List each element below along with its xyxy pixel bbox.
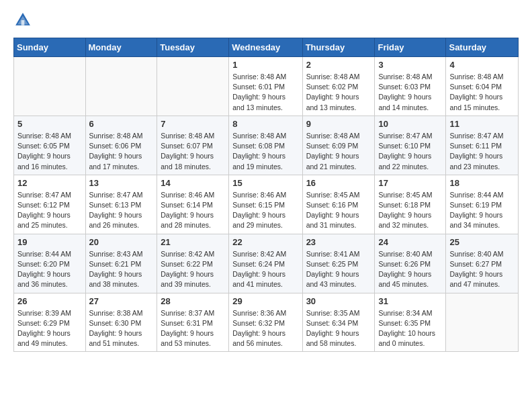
day-info: Sunrise: 8:43 AM Sunset: 6:21 PM Dayligh…: [89, 249, 154, 290]
day-number: 1: [232, 60, 298, 70]
calendar-day-cell: 29Sunrise: 8:36 AM Sunset: 6:32 PM Dayli…: [229, 293, 302, 352]
logo-icon: [13, 11, 32, 30]
calendar-week-row: 19Sunrise: 8:44 AM Sunset: 6:20 PM Dayli…: [14, 234, 519, 293]
day-info: Sunrise: 8:44 AM Sunset: 6:19 PM Dayligh…: [449, 190, 515, 231]
day-info: Sunrise: 8:47 AM Sunset: 6:13 PM Dayligh…: [89, 190, 154, 231]
svg-rect-2: [21, 20, 25, 26]
calendar-day-cell: [85, 57, 157, 116]
calendar-table: SundayMondayTuesdayWednesdayThursdayFrid…: [13, 38, 519, 352]
calendar-day-cell: 22Sunrise: 8:42 AM Sunset: 6:24 PM Dayli…: [229, 234, 302, 293]
day-number: 4: [449, 60, 515, 70]
day-number: 13: [89, 178, 154, 188]
day-number: 19: [17, 237, 82, 247]
day-number: 21: [161, 237, 225, 247]
day-number: 28: [161, 296, 225, 306]
day-info: Sunrise: 8:34 AM Sunset: 6:35 PM Dayligh…: [378, 308, 442, 349]
header: [13, 11, 519, 30]
calendar-week-row: 1Sunrise: 8:48 AM Sunset: 6:01 PM Daylig…: [14, 57, 519, 116]
day-number: 17: [378, 178, 442, 188]
weekday-header-saturday: Saturday: [446, 38, 519, 57]
day-number: 10: [378, 119, 442, 129]
calendar-day-cell: 18Sunrise: 8:44 AM Sunset: 6:19 PM Dayli…: [446, 175, 519, 234]
day-info: Sunrise: 8:40 AM Sunset: 6:26 PM Dayligh…: [378, 249, 442, 290]
day-info: Sunrise: 8:46 AM Sunset: 6:14 PM Dayligh…: [161, 190, 225, 231]
day-number: 3: [378, 60, 442, 70]
calendar-day-cell: 12Sunrise: 8:47 AM Sunset: 6:12 PM Dayli…: [14, 175, 86, 234]
calendar-day-cell: 6Sunrise: 8:48 AM Sunset: 6:06 PM Daylig…: [85, 116, 157, 175]
weekday-header-sunday: Sunday: [14, 38, 86, 57]
day-number: 24: [378, 237, 442, 247]
calendar-day-cell: 15Sunrise: 8:46 AM Sunset: 6:15 PM Dayli…: [229, 175, 302, 234]
calendar-day-cell: 3Sunrise: 8:48 AM Sunset: 6:03 PM Daylig…: [375, 57, 446, 116]
calendar-day-cell: [157, 57, 229, 116]
calendar-day-cell: 1Sunrise: 8:48 AM Sunset: 6:01 PM Daylig…: [229, 57, 302, 116]
day-info: Sunrise: 8:46 AM Sunset: 6:15 PM Dayligh…: [232, 190, 298, 231]
day-number: 27: [89, 296, 154, 306]
day-info: Sunrise: 8:41 AM Sunset: 6:25 PM Dayligh…: [306, 249, 371, 290]
calendar-day-cell: 4Sunrise: 8:48 AM Sunset: 6:04 PM Daylig…: [446, 57, 519, 116]
day-info: Sunrise: 8:48 AM Sunset: 6:03 PM Dayligh…: [378, 72, 442, 113]
calendar-week-row: 5Sunrise: 8:48 AM Sunset: 6:05 PM Daylig…: [14, 116, 519, 175]
calendar-day-cell: 17Sunrise: 8:45 AM Sunset: 6:18 PM Dayli…: [375, 175, 446, 234]
page: SundayMondayTuesdayWednesdayThursdayFrid…: [0, 0, 532, 365]
day-number: 6: [89, 119, 154, 129]
calendar-day-cell: 24Sunrise: 8:40 AM Sunset: 6:26 PM Dayli…: [375, 234, 446, 293]
day-info: Sunrise: 8:48 AM Sunset: 6:01 PM Dayligh…: [232, 72, 298, 113]
calendar-day-cell: [446, 293, 519, 352]
day-info: Sunrise: 8:42 AM Sunset: 6:24 PM Dayligh…: [232, 249, 298, 290]
day-number: 2: [306, 60, 371, 70]
day-number: 30: [306, 296, 371, 306]
calendar-week-row: 12Sunrise: 8:47 AM Sunset: 6:12 PM Dayli…: [14, 175, 519, 234]
weekday-header-friday: Friday: [375, 38, 446, 57]
day-number: 9: [306, 119, 371, 129]
logo: [13, 11, 34, 30]
day-info: Sunrise: 8:37 AM Sunset: 6:31 PM Dayligh…: [161, 308, 225, 349]
calendar-day-cell: 20Sunrise: 8:43 AM Sunset: 6:21 PM Dayli…: [85, 234, 157, 293]
day-number: 8: [232, 119, 298, 129]
day-info: Sunrise: 8:36 AM Sunset: 6:32 PM Dayligh…: [232, 308, 298, 349]
calendar-week-row: 26Sunrise: 8:39 AM Sunset: 6:29 PM Dayli…: [14, 293, 519, 352]
calendar-day-cell: 10Sunrise: 8:47 AM Sunset: 6:10 PM Dayli…: [375, 116, 446, 175]
day-info: Sunrise: 8:40 AM Sunset: 6:27 PM Dayligh…: [449, 249, 515, 290]
weekday-header-thursday: Thursday: [302, 38, 375, 57]
day-number: 12: [17, 178, 82, 188]
calendar-day-cell: 26Sunrise: 8:39 AM Sunset: 6:29 PM Dayli…: [14, 293, 86, 352]
day-info: Sunrise: 8:48 AM Sunset: 6:09 PM Dayligh…: [306, 131, 371, 172]
day-info: Sunrise: 8:44 AM Sunset: 6:20 PM Dayligh…: [17, 249, 82, 290]
day-info: Sunrise: 8:39 AM Sunset: 6:29 PM Dayligh…: [17, 308, 82, 349]
day-number: 16: [306, 178, 371, 188]
calendar-day-cell: 31Sunrise: 8:34 AM Sunset: 6:35 PM Dayli…: [375, 293, 446, 352]
day-number: 5: [17, 119, 82, 129]
calendar-day-cell: [14, 57, 86, 116]
day-info: Sunrise: 8:48 AM Sunset: 6:08 PM Dayligh…: [232, 131, 298, 172]
calendar-day-cell: 23Sunrise: 8:41 AM Sunset: 6:25 PM Dayli…: [302, 234, 375, 293]
day-info: Sunrise: 8:47 AM Sunset: 6:10 PM Dayligh…: [378, 131, 442, 172]
calendar-day-cell: 5Sunrise: 8:48 AM Sunset: 6:05 PM Daylig…: [14, 116, 86, 175]
day-number: 7: [161, 119, 225, 129]
day-info: Sunrise: 8:47 AM Sunset: 6:12 PM Dayligh…: [17, 190, 82, 231]
calendar-day-cell: 21Sunrise: 8:42 AM Sunset: 6:22 PM Dayli…: [157, 234, 229, 293]
weekday-header-wednesday: Wednesday: [229, 38, 302, 57]
day-info: Sunrise: 8:48 AM Sunset: 6:04 PM Dayligh…: [449, 72, 515, 113]
calendar-day-cell: 7Sunrise: 8:48 AM Sunset: 6:07 PM Daylig…: [157, 116, 229, 175]
calendar-day-cell: 14Sunrise: 8:46 AM Sunset: 6:14 PM Dayli…: [157, 175, 229, 234]
day-number: 15: [232, 178, 298, 188]
day-info: Sunrise: 8:38 AM Sunset: 6:30 PM Dayligh…: [89, 308, 154, 349]
day-info: Sunrise: 8:45 AM Sunset: 6:16 PM Dayligh…: [306, 190, 371, 231]
weekday-header-row: SundayMondayTuesdayWednesdayThursdayFrid…: [14, 38, 519, 57]
weekday-header-tuesday: Tuesday: [157, 38, 229, 57]
calendar-day-cell: 11Sunrise: 8:47 AM Sunset: 6:11 PM Dayli…: [446, 116, 519, 175]
day-number: 31: [378, 296, 442, 306]
day-info: Sunrise: 8:47 AM Sunset: 6:11 PM Dayligh…: [449, 131, 515, 172]
day-number: 25: [449, 237, 515, 247]
day-info: Sunrise: 8:48 AM Sunset: 6:05 PM Dayligh…: [17, 131, 82, 172]
day-number: 29: [232, 296, 298, 306]
day-info: Sunrise: 8:48 AM Sunset: 6:02 PM Dayligh…: [306, 72, 371, 113]
day-info: Sunrise: 8:45 AM Sunset: 6:18 PM Dayligh…: [378, 190, 442, 231]
calendar-day-cell: 28Sunrise: 8:37 AM Sunset: 6:31 PM Dayli…: [157, 293, 229, 352]
day-number: 14: [161, 178, 225, 188]
day-number: 18: [449, 178, 515, 188]
calendar-day-cell: 9Sunrise: 8:48 AM Sunset: 6:09 PM Daylig…: [302, 116, 375, 175]
day-info: Sunrise: 8:48 AM Sunset: 6:06 PM Dayligh…: [89, 131, 154, 172]
day-number: 22: [232, 237, 298, 247]
